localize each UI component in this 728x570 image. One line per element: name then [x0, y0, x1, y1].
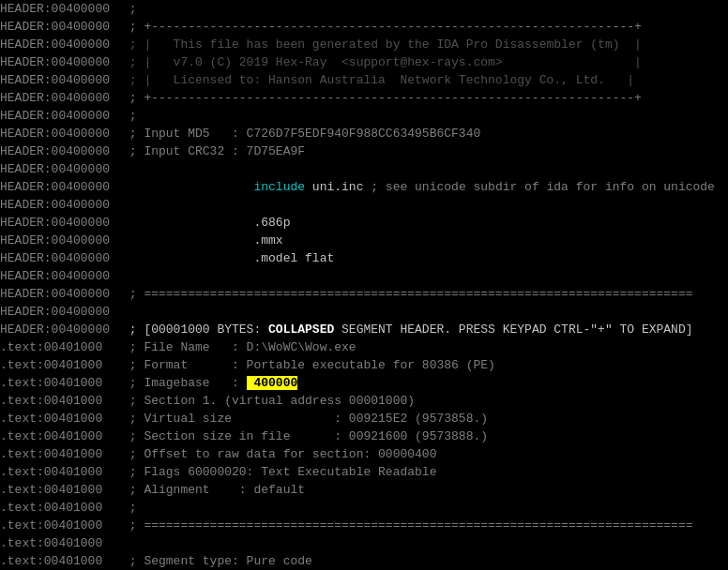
line-address: .text:00401000 — [0, 392, 122, 410]
line-content: ; Alignment : default — [122, 481, 305, 499]
line-address: HEADER:00400000 — [0, 71, 122, 89]
line-content: ; — [122, 107, 137, 125]
line-address: HEADER:00400000 — [0, 249, 122, 267]
line-address: HEADER:00400000 — [0, 53, 122, 71]
code-line: HEADER:00400000 ; — [0, 107, 728, 125]
line-address: HEADER:00400000 — [0, 142, 122, 160]
line-address: .text:00401000 — [0, 374, 122, 392]
line-content: ; Section size in file : 00921600 (95738… — [122, 428, 488, 445]
code-line: .text:00401000 ; Segment type: Pure code — [0, 552, 728, 570]
line-content: .686p — [122, 214, 290, 232]
code-line: HEADER:00400000 ; +---------------------… — [0, 18, 728, 36]
line-content: ; +-------------------------------------… — [122, 18, 642, 36]
line-content: ; Imagebase : 400000 — [122, 374, 297, 392]
code-line: HEADER:00400000 — [0, 303, 728, 321]
line-content: ; Offset to raw data for section: 000004… — [122, 445, 436, 463]
line-content: ; Input CRC32 : 7D75EA9F — [122, 142, 305, 160]
code-line: HEADER:00400000 ; ======================… — [0, 285, 728, 303]
code-line: .text:00401000 ; Flags 60000020: Text Ex… — [0, 463, 728, 481]
line-content: ; — [122, 499, 137, 517]
code-line: HEADER:00400000 ; Input MD5 : C726D7F5ED… — [0, 125, 728, 142]
line-content: ; Input MD5 : C726D7F5EDF940F988CC63495B… — [122, 125, 480, 142]
line-address: HEADER:00400000 — [0, 196, 122, 214]
code-line: .text:00401000 ; Virtual size : 009215E2… — [0, 410, 728, 428]
line-address: .text:00401000 — [0, 499, 122, 517]
line-address: HEADER:00400000 — [0, 303, 122, 321]
code-line: HEADER:00400000 .mmx — [0, 232, 728, 249]
code-line: HEADER:00400000 — [0, 160, 728, 178]
code-line: .text:00401000 ; File Name : D:\WoWC\Wow… — [0, 338, 728, 356]
line-address: HEADER:00400000 — [0, 285, 122, 303]
code-line: HEADER:00400000 .model flat — [0, 249, 728, 267]
line-content: ; Virtual size : 009215E2 (9573858.) — [122, 410, 488, 428]
line-content: ; ======================================… — [122, 285, 693, 303]
line-content: ; +-------------------------------------… — [122, 89, 642, 107]
code-line: .text:00401000 ; Section size in file : … — [0, 428, 728, 445]
line-address: .text:00401000 — [0, 481, 122, 499]
line-content: ; Section 1. (virtual address 00001000) — [122, 392, 415, 410]
line-address: HEADER:00400000 — [0, 214, 122, 232]
line-address: .text:00401000 — [0, 338, 122, 356]
line-address: HEADER:00400000 — [0, 178, 122, 196]
line-address: HEADER:00400000 — [0, 321, 122, 338]
line-address: .text:00401000 — [0, 552, 122, 570]
code-line: HEADER:00400000 ; — [0, 0, 728, 18]
code-line: HEADER:00400000 ; | Licensed to: Hanson … — [0, 71, 728, 89]
line-address: .text:00401000 — [0, 517, 122, 534]
code-line: HEADER:00400000 ; | v7.0 (C) 2019 Hex-Ra… — [0, 53, 728, 71]
line-address: .text:00401000 — [0, 410, 122, 428]
line-content: .model flat — [122, 249, 334, 267]
line-address: .text:00401000 — [0, 534, 122, 552]
code-line: HEADER:00400000 include uni.inc ; see un… — [0, 178, 728, 196]
line-content: ; | This file has been generated by the … — [122, 36, 642, 53]
code-line: .text:00401000 ; =======================… — [0, 517, 728, 534]
line-content: ; — [122, 0, 137, 18]
code-line: HEADER:00400000 ; Input CRC32 : 7D75EA9F — [0, 142, 728, 160]
line-content: ; Flags 60000020: Text Executable Readab… — [122, 463, 436, 481]
code-line: .text:00401000 — [0, 534, 728, 552]
code-line: .text:00401000 ; — [0, 499, 728, 517]
line-content: ; File Name : D:\WoWC\Wow.exe — [122, 338, 356, 356]
line-address: HEADER:00400000 — [0, 89, 122, 107]
line-content: ; [00001000 BYTES: COLLAPSED SEGMENT HEA… — [122, 321, 693, 338]
code-line: HEADER:00400000 — [0, 267, 728, 285]
code-line: HEADER:00400000 — [0, 196, 728, 214]
line-address: .text:00401000 — [0, 445, 122, 463]
line-address: .text:00401000 — [0, 463, 122, 481]
code-line: HEADER:00400000 .686p — [0, 214, 728, 232]
code-line: HEADER:00400000 ; | This file has been g… — [0, 36, 728, 53]
line-content: ; | v7.0 (C) 2019 Hex-Ray <support@hex-r… — [122, 53, 642, 71]
line-content: ; | Licensed to: Hanson Australia Networ… — [122, 71, 634, 89]
line-address: HEADER:00400000 — [0, 160, 122, 178]
line-address: .text:00401000 — [0, 356, 122, 374]
code-line: HEADER:00400000 ; +---------------------… — [0, 89, 728, 107]
line-address: .text:00401000 — [0, 428, 122, 445]
line-content: ; ======================================… — [122, 517, 693, 534]
code-line: .text:00401000 ; Imagebase : 400000 — [0, 374, 728, 392]
line-content: include uni.inc ; see unicode subdir of … — [122, 178, 715, 196]
code-line: .text:00401000 ; Section 1. (virtual add… — [0, 392, 728, 410]
line-address: HEADER:00400000 — [0, 232, 122, 249]
line-address: HEADER:00400000 — [0, 267, 122, 285]
code-line: .text:00401000 ; Alignment : default — [0, 481, 728, 499]
line-content: ; Segment type: Pure code — [122, 552, 312, 570]
line-content: .mmx — [122, 232, 283, 249]
code-line: .text:00401000 ; Offset to raw data for … — [0, 445, 728, 463]
code-line: HEADER:00400000 ; [00001000 BYTES: COLLA… — [0, 321, 728, 338]
line-address: HEADER:00400000 — [0, 36, 122, 53]
code-view: HEADER:00400000 ;HEADER:00400000 ; +----… — [0, 0, 728, 570]
line-address: HEADER:00400000 — [0, 0, 122, 18]
code-line: .text:00401000 ; Format : Portable execu… — [0, 356, 728, 374]
line-address: HEADER:00400000 — [0, 107, 122, 125]
line-address: HEADER:00400000 — [0, 18, 122, 36]
line-content: ; Format : Portable executable for 80386… — [122, 356, 495, 374]
line-address: HEADER:00400000 — [0, 125, 122, 142]
